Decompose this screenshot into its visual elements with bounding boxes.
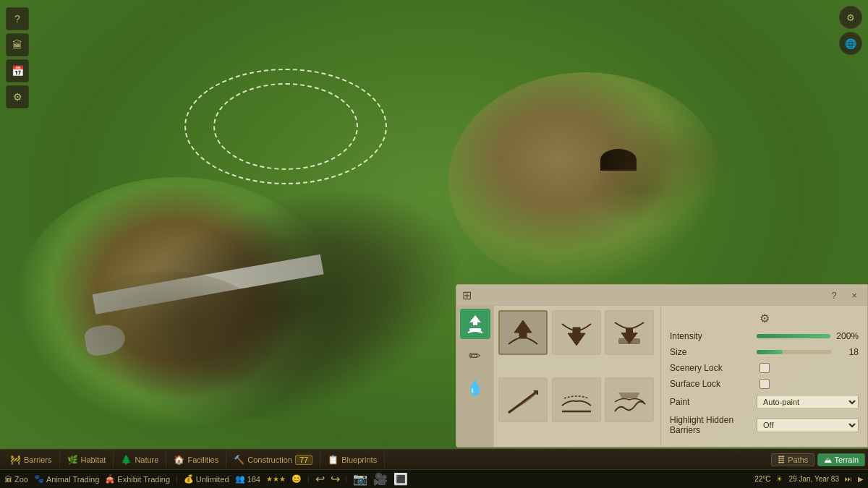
separator-3: | [346,475,348,483]
zoo-button[interactable]: 🏛 [6,33,29,56]
facilities-label: Facilities [187,455,218,464]
settings-button[interactable]: ⚙ [6,85,29,108]
calendar-button[interactable]: 📅 [6,59,29,82]
blueprints-icon: 📋 [328,455,339,465]
camera-button-1[interactable]: 📷 [353,472,367,486]
strip-smooth-button[interactable]: ✏ [460,341,490,371]
paint-select[interactable]: Auto-paint Manual Off [757,395,859,409]
nav-tabs: 🚧 Barriers 🌿 Habitat 🌲 Nature 🏠 Faciliti… [0,449,868,469]
status-money: 💰 Unlimited [184,474,229,484]
terrain-circle-inner [213,83,358,170]
panel-body: ✏ 💧 [456,306,867,447]
construction-label: Construction [247,455,292,464]
terrain-texture-2 [58,271,275,401]
grid-icon: ⊞ [462,288,472,302]
tool-grid [494,306,660,447]
nav-blueprints[interactable]: 📋 Blueprints [320,450,385,469]
visitors-count: 184 [247,475,260,484]
status-stars: ★★★ [266,475,286,483]
camera-button-2[interactable]: 🎥 [373,472,388,486]
surface-lock-checkbox[interactable] [760,379,770,389]
redo-button[interactable]: ↪ [331,472,340,486]
intensity-value: 200% [836,331,859,341]
habitat-label: Habitat [81,455,106,464]
svg-rect-1 [618,338,640,344]
animal-trading-label: Animal Trading [46,475,99,484]
nav-facilities[interactable]: 🏠 Facilities [166,450,226,469]
separator-2: | [307,475,310,483]
size-slider[interactable] [757,350,831,354]
surface-lock-row: Surface Lock [670,379,859,389]
exhibit-trading-label: Exhibit Trading [117,475,170,484]
panel-title: ⊞ [462,288,472,302]
nav-construction[interactable]: 🔨 Construction 77 [226,450,320,469]
visitors-icon: 👥 [235,474,245,484]
intensity-label: Intensity [670,331,757,341]
tool-lower-obj[interactable] [605,310,654,355]
panel-controls: ? × [827,288,861,302]
left-toolbar: ? 🏛 📅 ⚙ [6,7,29,108]
date-display: 29 Jan, Year 83 [788,475,839,483]
blueprints-label: Blueprints [341,455,377,464]
construction-icon: 🔨 [234,455,244,465]
help-button[interactable]: ? [6,7,29,30]
terrain-panel: ⊞ ? × ✏ 💧 [456,284,868,448]
status-visitors: 👥 184 [235,474,260,484]
status-zoo[interactable]: 🏛 Zoo [4,475,28,484]
skip-forward-button[interactable]: ⏭ [845,475,852,483]
terrain-tab[interactable]: ⛰ Terrain [817,453,865,466]
settings-panel: ⚙ Intensity 200% Size 18 Scenery Loc [660,306,867,447]
tool-lower[interactable] [552,310,601,355]
zoo-icon: 🏛 [4,475,12,484]
top-right-buttons: ⚙ 🌐 [839,6,862,55]
size-fill [757,350,783,354]
tool-slope[interactable] [498,377,548,422]
money-label: Unlimited [196,475,229,484]
paths-label: Paths [788,455,808,464]
strip-paint-button[interactable]: 💧 [460,372,490,403]
intensity-slider[interactable] [757,334,830,338]
status-happiness: 😊 [292,474,302,484]
tool-erode[interactable] [605,377,654,422]
weather-icon: ☀ [776,475,783,483]
undo-button[interactable]: ↩ [315,472,325,486]
habitat-icon: 🌿 [67,455,78,465]
nature-label: Nature [135,455,158,464]
paint-label: Paint [670,397,757,407]
paths-tab[interactable]: 🛤 Paths [771,453,814,466]
construction-count: 77 [295,455,312,465]
temperature: 22°C [754,475,770,483]
status-animal-trading[interactable]: 🐾 Animal Trading [34,474,99,484]
money-icon: 💰 [184,474,194,484]
status-bar: 🏛 Zoo 🐾 Animal Trading 🎪 Exhibit Trading… [0,469,868,488]
size-row: Size 18 [670,347,859,357]
panel-close-button[interactable]: × [847,288,861,302]
options-button-1[interactable]: ⚙ [839,6,862,29]
panel-icon-strip: ✏ 💧 [456,306,494,447]
panel-titlebar: ⊞ ? × [456,285,867,306]
nav-right: 🛤 Paths ⛰ Terrain [771,453,865,466]
terrain-icon: ⛰ [824,455,832,464]
strip-raise-button[interactable] [460,309,490,339]
barriers-label: Barriers [24,455,52,464]
scenery-lock-checkbox[interactable] [760,363,770,373]
terrain-texture-3 [586,159,694,224]
camera-button-3[interactable]: 🔳 [393,472,408,486]
paint-row: Paint Auto-paint Manual Off [670,395,859,409]
tool-raise[interactable] [498,310,548,355]
options-button-2[interactable]: 🌐 [839,32,862,55]
status-exhibit-trading[interactable]: 🎪 Exhibit Trading [105,474,170,484]
facilities-icon: 🏠 [174,455,184,465]
paths-icon: 🛤 [778,455,786,464]
tool-flatten[interactable] [552,377,601,422]
intensity-row: Intensity 200% [670,331,859,341]
highlight-select[interactable]: Off On [757,418,859,432]
nav-nature[interactable]: 🌲 Nature [114,450,166,469]
nature-icon: 🌲 [121,455,132,465]
play-button[interactable]: ▶ [858,475,864,483]
panel-help-button[interactable]: ? [827,288,841,302]
nav-barriers[interactable]: 🚧 Barriers [3,450,60,469]
star-rating: ★★★ [266,475,286,483]
nav-habitat[interactable]: 🌿 Habitat [60,450,114,469]
intensity-fill [757,334,830,338]
